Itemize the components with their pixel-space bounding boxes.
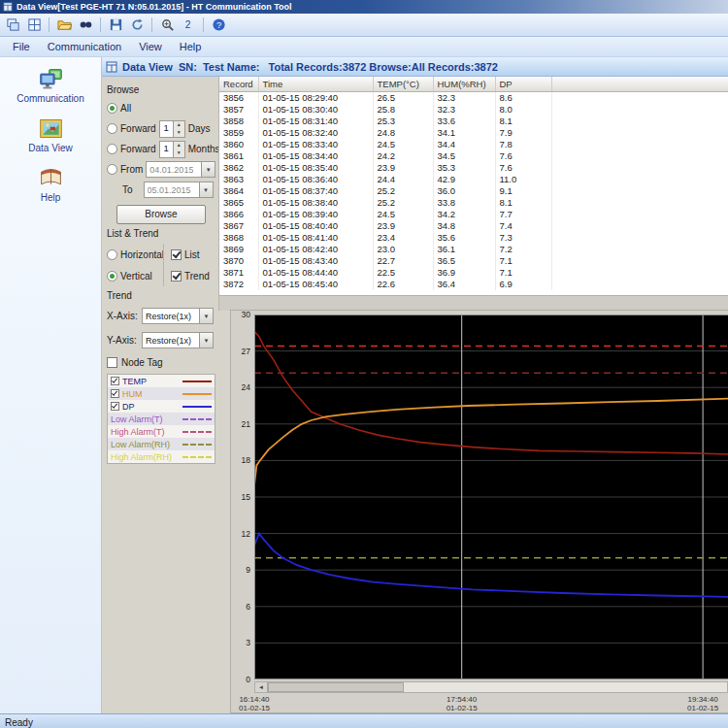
x-tick-label: 17:54:4001-02-15 xyxy=(447,695,478,712)
radio-browse-all-label: All xyxy=(120,103,131,114)
table-row[interactable]: 387101-05-15 08:44:4022.536.97.1 xyxy=(219,267,728,279)
window-tile-button[interactable] xyxy=(24,17,44,34)
legend-checkbox-dp[interactable] xyxy=(111,402,119,411)
save-button[interactable] xyxy=(106,17,125,34)
sidebar-item-data-view[interactable]: Data View xyxy=(0,116,101,153)
table-row[interactable]: 387201-05-15 08:45:4022.636.46.9 xyxy=(219,279,728,290)
chart-plot[interactable] xyxy=(254,314,728,679)
document-title-bar[interactable]: Data View SN: Test Name: Total Records:3… xyxy=(102,57,728,77)
legend-item-high-alarm-t[interactable]: High Alarm(T) xyxy=(108,425,215,438)
help-button[interactable]: ? xyxy=(209,17,228,34)
checkbox-node-tag[interactable] xyxy=(107,357,117,368)
table-row[interactable]: 386501-05-15 08:38:4025.233.88.1 xyxy=(219,197,728,209)
zoom-in-button[interactable] xyxy=(157,17,177,34)
legend-item-low-alarm-t[interactable]: Low Alarm(T) xyxy=(108,413,215,425)
legend-item-dp[interactable]: DP xyxy=(108,400,215,413)
table-cell: 23.9 xyxy=(373,220,433,232)
table-cell: 34.8 xyxy=(433,220,495,232)
table-row[interactable]: 386701-05-15 08:40:4023.934.87.4 xyxy=(219,220,728,232)
legend-label: Low Alarm(RH) xyxy=(111,440,170,449)
table-row[interactable]: 386401-05-15 08:37:4025.236.09.1 xyxy=(219,185,728,197)
col-header-time[interactable]: Time xyxy=(258,77,373,92)
title-bar[interactable]: Data View[Test PGE-HT 71 N:05.01.2015] -… xyxy=(0,0,728,14)
dropdown-arrow-icon[interactable]: ▼ xyxy=(199,309,213,323)
chart-x-labels: 16:14:4001-02-1517:54:4001-02-1519:34:40… xyxy=(231,695,728,713)
from-label: From xyxy=(120,164,143,175)
radio-browse-forward-months[interactable] xyxy=(107,144,117,154)
radio-browse-all[interactable] xyxy=(107,103,117,114)
open-folder-button[interactable] xyxy=(54,17,74,34)
table-cell: 26.5 xyxy=(373,92,433,105)
dropdown-arrow-icon[interactable]: ▼ xyxy=(199,333,213,347)
stepper-arrows[interactable]: ▲▼ xyxy=(173,142,184,157)
radio-vertical[interactable] xyxy=(107,271,117,281)
table-cell: 01-05-15 08:36:40 xyxy=(258,174,373,185)
menu-help[interactable]: Help xyxy=(171,41,211,52)
col-header-humrh[interactable]: HUM(%RH) xyxy=(433,77,495,92)
table-row[interactable]: 385901-05-15 08:32:4024.834.17.9 xyxy=(219,127,728,139)
checkbox-list[interactable] xyxy=(171,249,182,260)
y-tick-label: 6 xyxy=(246,602,250,612)
col-header-tempc[interactable]: TEMP(°C) xyxy=(373,77,433,92)
table-row[interactable]: 386801-05-15 08:41:4023.435.67.3 xyxy=(219,232,728,244)
table-row[interactable]: 385701-05-15 08:30:4025.832.38.0 xyxy=(219,104,728,116)
chart-scrollbar[interactable]: ◄ xyxy=(254,681,728,693)
table-row[interactable]: 386001-05-15 08:33:4024.534.47.8 xyxy=(219,139,728,150)
table-row[interactable]: 385601-05-15 08:29:4026.532.38.6 xyxy=(219,92,728,105)
x-axis-select[interactable]: Restore(1x) ▼ xyxy=(142,308,214,324)
table-cell: 01-05-15 08:39:40 xyxy=(258,209,373,220)
data-view-icon xyxy=(38,116,64,142)
browse-button[interactable]: Browse xyxy=(116,205,206,224)
step-2-button[interactable]: 2 xyxy=(179,17,198,34)
legend-item-hum[interactable]: HUM xyxy=(108,387,215,400)
scrollbar-thumb[interactable] xyxy=(268,682,404,692)
legend-checkbox-temp[interactable] xyxy=(111,377,119,385)
forward-months-stepper[interactable]: 1 ▲▼ xyxy=(159,141,185,158)
table-row[interactable]: 386201-05-15 08:35:4023.935.37.6 xyxy=(219,162,728,174)
dropdown-arrow-icon[interactable]: ▼ xyxy=(199,182,213,197)
sidebar-item-help[interactable]: Help xyxy=(0,165,101,203)
table-cell: 3871 xyxy=(219,267,258,279)
radio-browse-from[interactable] xyxy=(107,164,117,175)
table-cell: 8.1 xyxy=(495,197,551,209)
checkbox-trend[interactable] xyxy=(171,271,182,281)
sidebar-item-communication[interactable]: Communication xyxy=(0,66,101,104)
trend-section-label: Trend xyxy=(107,290,215,304)
legend-list: TEMPHUMDPLow Alarm(T)High Alarm(T)Low Al… xyxy=(107,374,215,464)
table-row[interactable]: 387001-05-15 08:43:4022.736.57.1 xyxy=(219,255,728,267)
col-header-dp[interactable]: DP xyxy=(495,77,551,92)
legend-item-temp[interactable]: TEMP xyxy=(108,375,215,387)
legend-line-high-alarm-rh xyxy=(182,456,212,458)
to-date-select[interactable]: 05.01.2015 ▼ xyxy=(144,182,214,198)
table-cell: 33.8 xyxy=(433,197,495,209)
y-tick-label: 30 xyxy=(242,310,250,319)
forward-days-stepper[interactable]: 1 ▲▼ xyxy=(159,120,185,138)
menu-communication[interactable]: Communication xyxy=(39,41,130,52)
scrollbar-left-arrow[interactable]: ◄ xyxy=(255,682,268,692)
list-label: List xyxy=(184,249,200,260)
dropdown-arrow-icon[interactable]: ▼ xyxy=(201,162,215,177)
from-date-select[interactable]: 04.01.2015 ▼ xyxy=(146,161,215,178)
y-axis-select[interactable]: Restore(1x) ▼ xyxy=(142,332,214,348)
table-row[interactable]: 386301-05-15 08:36:4024.442.911.0 xyxy=(219,174,728,185)
y-tick-label: 18 xyxy=(242,455,250,465)
menu-view[interactable]: View xyxy=(130,41,171,52)
sidebar-item-label: Data View xyxy=(28,143,72,153)
legend-checkbox-hum[interactable] xyxy=(111,389,119,398)
search-button[interactable] xyxy=(76,17,95,34)
legend-item-low-alarm-rh[interactable]: Low Alarm(RH) xyxy=(108,438,215,450)
menu-file[interactable]: File xyxy=(4,41,39,52)
window-cascade-button[interactable] xyxy=(3,17,22,34)
table-row[interactable]: 386101-05-15 08:34:4024.234.57.6 xyxy=(219,150,728,162)
radio-horizontal[interactable] xyxy=(107,249,117,260)
table-row[interactable]: 385801-05-15 08:31:4025.333.68.1 xyxy=(219,116,728,127)
table-cell-filler xyxy=(551,127,728,139)
window-tile-icon xyxy=(27,17,42,32)
legend-item-high-alarm-rh[interactable]: High Alarm(RH) xyxy=(108,450,215,463)
stepper-arrows[interactable]: ▲▼ xyxy=(173,121,184,137)
radio-browse-forward-days[interactable] xyxy=(107,123,117,134)
table-row[interactable]: 386601-05-15 08:39:4024.534.27.7 xyxy=(219,209,728,220)
col-header-record[interactable]: Record xyxy=(219,77,258,92)
table-row[interactable]: 386901-05-15 08:42:4023.036.17.2 xyxy=(219,244,728,255)
refresh-button[interactable] xyxy=(127,17,147,34)
